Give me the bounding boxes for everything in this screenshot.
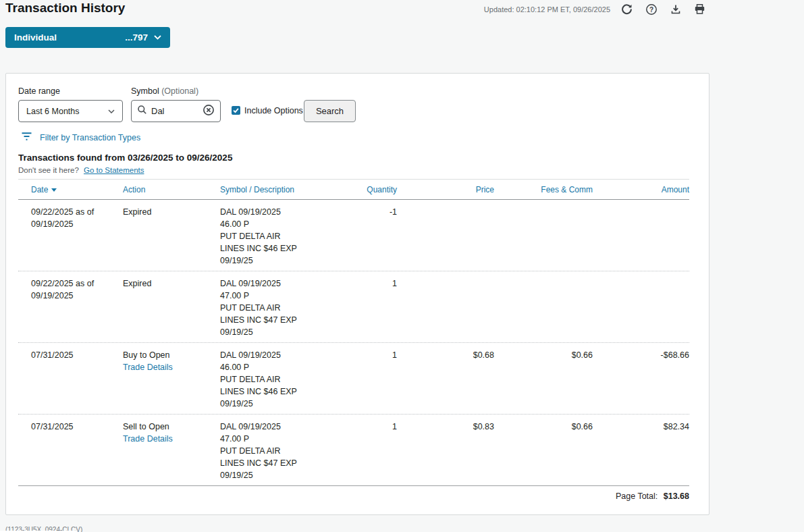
transaction-quantity: -1 [342,206,397,267]
chevron-down-icon [108,109,115,113]
cell-line: 07/31/2025 [31,421,123,433]
cell-line: PUT DELTA AIR [220,230,342,242]
cell-line: DAL 09/19/2025 [220,206,342,218]
search-button[interactable]: Search [304,100,356,122]
cell-line: PUT DELTA AIR [220,445,342,457]
transaction-action: Expired [123,206,220,267]
results-heading: Transactions found from 03/26/2025 to 09… [18,153,232,163]
transaction-action: Buy to OpenTrade Details [123,349,220,410]
transaction-action: Expired [123,277,220,338]
print-button[interactable] [693,3,706,16]
table-header-row: Date Action Symbol / Description Quantit… [18,179,689,200]
transaction-price [397,206,494,267]
symbol-input[interactable] [151,106,192,116]
header-toolbar: Updated: 02:10:12 PM ET, 09/26/2025 ? [484,3,706,16]
transaction-symbol-description: DAL 09/19/202546.00 PPUT DELTA AIRLINES … [220,349,342,410]
account-number: ...797 [125,32,148,43]
cell-line: 09/22/2025 as of [31,277,123,290]
transaction-history-page: Transaction History Updated: 02:10:12 PM… [0,0,804,532]
date-range-value: Last 6 Months [26,107,80,116]
print-icon [694,3,705,15]
go-to-statements-link[interactable]: Go to Statements [84,166,144,174]
transaction-price [397,277,494,338]
transactions-card: Date range Last 6 Months Symbol (Optiona… [5,73,709,515]
transaction-fees-comm [494,277,593,338]
transaction-symbol-description: DAL 09/19/202547.00 PPUT DELTA AIRLINES … [220,277,342,338]
trade-details-link[interactable]: Trade Details [123,433,220,445]
transaction-quantity: 1 [342,349,397,410]
cell-line: 47.00 P [220,433,342,445]
include-options-label: Include Options [244,106,303,115]
transaction-symbol-description: DAL 09/19/202546.00 PPUT DELTA AIRLINES … [220,206,342,267]
transaction-symbol-description: DAL 09/19/202547.00 PPUT DELTA AIRLINES … [220,421,342,481]
transaction-date: 07/31/2025 [18,421,123,481]
cell-line: 47.00 P [220,290,342,302]
sort-desc-icon [51,188,57,192]
transaction-date: 09/22/2025 as of09/19/2025 [18,277,123,338]
filter-icon [21,132,32,144]
clear-icon [203,104,215,118]
table-row: 09/22/2025 as of09/19/2025ExpiredDAL 09/… [18,271,689,343]
account-type-label: Individual [14,32,57,43]
transaction-amount: -$68.66 [593,349,689,410]
svg-text:?: ? [649,5,653,13]
column-header-date[interactable]: Date [18,185,123,194]
page-total-label: Page Total: [616,491,658,501]
filter-by-transaction-types[interactable]: Filter by Transaction Types [21,132,140,144]
column-header-price: Price [397,185,494,194]
cell-line: PUT DELTA AIR [220,373,342,385]
table-row: 09/22/2025 as of09/19/2025ExpiredDAL 09/… [18,200,689,271]
cell-line: Expired [123,206,220,218]
cell-line: 09/22/2025 as of [31,206,123,218]
cell-line: LINES INC $46 EXP [220,242,342,255]
symbol-label: Symbol (Optional) [131,86,198,96]
cell-line: DAL 09/19/2025 [220,349,342,361]
transaction-amount: $82.34 [593,421,689,481]
cell-line: 09/19/25 [220,469,342,481]
cell-line: DAL 09/19/2025 [220,277,342,290]
account-selector[interactable]: Individual ...797 [5,27,170,48]
transaction-action: Sell to OpenTrade Details [123,421,220,481]
transaction-date: 07/31/2025 [18,349,123,410]
transaction-fees-comm: $0.66 [494,349,593,410]
cell-line: LINES INC $47 EXP [220,314,342,326]
cell-line: DAL 09/19/2025 [220,421,342,433]
cell-line: Sell to Open [123,421,220,433]
cell-line: 09/19/2025 [31,218,123,230]
chevron-down-icon [154,35,161,40]
download-button[interactable] [669,3,682,16]
page-total-value: $13.68 [664,491,689,501]
transaction-quantity: 1 [342,277,397,338]
updated-timestamp: Updated: 02:10:12 PM ET, 09/26/2025 [484,5,610,14]
transactions-table: Date Action Symbol / Description Quantit… [18,179,689,507]
refresh-button[interactable] [620,3,633,16]
page-title: Transaction History [5,1,125,16]
cell-line: PUT DELTA AIR [220,302,342,314]
help-icon: ? [645,3,658,16]
column-header-symbol-description: Symbol / Description [220,185,342,194]
table-body: 09/22/2025 as of09/19/2025ExpiredDAL 09/… [18,200,689,485]
cell-line: 09/19/25 [220,255,342,267]
table-row: 07/31/2025Sell to OpenTrade DetailsDAL 0… [18,415,689,485]
refresh-icon [621,3,633,15]
page-total: Page Total: $13.68 [18,485,689,507]
date-range-label: Date range [18,86,60,96]
date-range-select[interactable]: Last 6 Months [18,100,123,122]
cell-line: 09/19/25 [220,326,342,338]
filter-link-label: Filter by Transaction Types [40,133,140,142]
cell-line: Expired [123,277,220,290]
include-options-checkbox[interactable] [232,106,240,115]
transaction-amount [593,206,689,267]
transaction-price: $0.83 [397,421,494,481]
clear-symbol-button[interactable] [203,104,215,118]
column-header-quantity: Quantity [342,185,397,194]
transaction-price: $0.68 [397,349,494,410]
table-row: 07/31/2025Buy to OpenTrade DetailsDAL 09… [18,343,689,415]
transaction-fees-comm: $0.66 [494,421,593,481]
column-header-amount: Amount [593,185,689,194]
download-icon [670,4,681,15]
cell-line: LINES INC $46 EXP [220,385,342,398]
trade-details-link[interactable]: Trade Details [123,361,220,373]
help-button[interactable]: ? [645,3,658,16]
cell-line: 46.00 P [220,361,342,373]
